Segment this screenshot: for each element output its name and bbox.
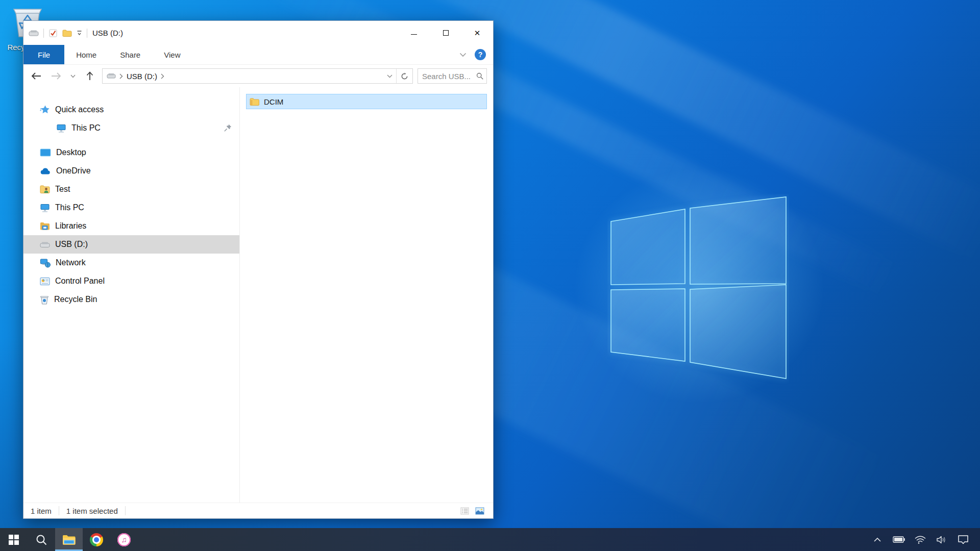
folder-icon	[250, 97, 259, 106]
sidebar-item-label: Libraries	[55, 221, 86, 231]
help-button[interactable]: ?	[475, 49, 486, 60]
separator	[125, 506, 126, 515]
user-folder-icon	[40, 185, 50, 194]
usb-drive-address-icon	[107, 73, 116, 79]
file-item-label: DCIM	[264, 97, 283, 106]
file-item-dcim[interactable]: DCIM	[246, 94, 487, 109]
forward-button[interactable]	[48, 68, 64, 84]
separator	[59, 506, 59, 515]
taskbar-chrome-button[interactable]	[83, 528, 110, 551]
taskbar-search-button[interactable]	[28, 528, 55, 551]
chrome-icon	[90, 533, 103, 546]
details-view-button[interactable]	[458, 505, 471, 516]
sidebar-item-recycle-bin[interactable]: Recycle Bin	[23, 290, 239, 309]
close-button[interactable]: ✕	[461, 21, 493, 45]
control-panel-icon	[40, 277, 50, 286]
title-bar[interactable]: USB (D:) ✕	[23, 21, 493, 45]
file-explorer-icon	[62, 534, 76, 545]
file-list-pane[interactable]: DCIM	[240, 87, 493, 503]
sidebar-gap	[23, 137, 239, 143]
recycle-bin-small-icon	[40, 295, 49, 305]
item-count: 1 item	[31, 507, 52, 515]
volume-icon[interactable]	[933, 528, 950, 551]
tab-file[interactable]: File	[23, 45, 64, 64]
qat-customize-chevron-icon[interactable]	[77, 30, 82, 36]
sidebar-item-label: USB (D:)	[55, 240, 88, 249]
sidebar-item-label: Quick access	[55, 105, 104, 114]
windows-start-icon	[9, 535, 19, 545]
this-pc-icon	[56, 123, 66, 133]
recent-locations-chevron-icon[interactable]	[68, 68, 78, 84]
sidebar-item-label: Test	[55, 185, 70, 194]
sidebar-item-control-panel[interactable]: Control Panel	[23, 272, 239, 290]
maximize-button[interactable]	[430, 21, 461, 45]
usb-drive-window-icon	[29, 30, 39, 37]
expand-ribbon-chevron-icon[interactable]	[459, 53, 467, 57]
sidebar-item-label: Network	[56, 258, 86, 267]
sidebar-item-label: OneDrive	[56, 166, 91, 176]
hidden-icons-chevron-icon[interactable]	[869, 528, 886, 551]
sidebar-item-desktop[interactable]: Desktop	[23, 143, 239, 162]
ribbon-tabs: File Home Share View ?	[23, 45, 493, 65]
tab-view[interactable]: View	[152, 45, 192, 64]
selection-count: 1 item selected	[66, 507, 118, 515]
navigation-bar: USB (D:)	[23, 65, 493, 87]
start-button[interactable]	[0, 528, 28, 551]
sidebar-item-network[interactable]: Network	[23, 254, 239, 272]
sidebar-item-usb-drive[interactable]: USB (D:)	[23, 235, 239, 254]
up-button[interactable]	[82, 68, 97, 84]
sidebar-item-label: Control Panel	[55, 277, 105, 286]
separator	[87, 29, 87, 38]
qat-checkmark-icon[interactable]	[48, 29, 58, 38]
usb-drive-icon	[40, 241, 50, 248]
system-tray	[869, 528, 980, 551]
sidebar-item-label: Desktop	[56, 148, 86, 157]
wifi-icon[interactable]	[912, 528, 929, 551]
sidebar-item-quick-access[interactable]: Quick access	[23, 101, 239, 119]
address-bar[interactable]: USB (D:)	[102, 68, 413, 84]
window-title: USB (D:)	[92, 29, 123, 37]
file-explorer-window: USB (D:) ✕ File Home Share View ?	[23, 20, 494, 519]
battery-icon[interactable]	[890, 528, 908, 551]
quick-access-star-icon	[40, 105, 50, 115]
search-icon	[36, 534, 47, 545]
desktop-icon	[40, 148, 51, 157]
sidebar-item-label: This PC	[55, 203, 84, 212]
search-box[interactable]	[418, 68, 487, 84]
tab-share[interactable]: Share	[108, 45, 152, 64]
taskbar-file-explorer-button[interactable]	[55, 528, 83, 551]
sidebar-item-this-pc[interactable]: This PC	[23, 198, 239, 217]
navigation-pane: Quick access This PC Desktop OneDrive Te…	[23, 87, 240, 503]
minimize-button[interactable]	[398, 21, 430, 45]
breadcrumb-chevron-icon[interactable]	[119, 73, 123, 79]
separator	[43, 29, 44, 38]
sidebar-item-label: This PC	[71, 123, 101, 133]
libraries-icon	[40, 221, 50, 231]
address-dropdown-chevron-icon[interactable]	[383, 69, 396, 83]
this-pc-icon	[40, 203, 50, 213]
sidebar-item-test[interactable]: Test	[23, 180, 239, 198]
breadcrumb-path[interactable]: USB (D:)	[127, 72, 157, 81]
action-center-icon[interactable]	[954, 528, 972, 551]
breadcrumb-chevron-icon[interactable]	[161, 73, 164, 79]
onedrive-cloud-icon	[40, 167, 51, 175]
large-icons-view-button[interactable]	[474, 505, 486, 516]
back-button[interactable]	[29, 68, 44, 84]
tab-home[interactable]: Home	[64, 45, 108, 64]
refresh-button[interactable]	[396, 69, 412, 83]
sidebar-item-libraries[interactable]: Libraries	[23, 217, 239, 235]
search-input[interactable]	[422, 72, 476, 81]
network-icon	[40, 258, 51, 268]
qat-new-folder-icon[interactable]	[62, 29, 72, 37]
pin-icon	[224, 123, 232, 132]
sidebar-item-onedrive[interactable]: OneDrive	[23, 162, 239, 180]
sidebar-item-label: Recycle Bin	[54, 295, 97, 304]
itunes-icon: ♫	[117, 533, 131, 546]
taskbar: ♫	[0, 528, 980, 551]
search-icon[interactable]	[476, 72, 483, 80]
status-bar: 1 item 1 item selected	[23, 503, 493, 518]
taskbar-itunes-button[interactable]: ♫	[110, 528, 138, 551]
sidebar-item-this-pc-pinned[interactable]: This PC	[23, 119, 239, 137]
windows-logo	[607, 194, 789, 384]
